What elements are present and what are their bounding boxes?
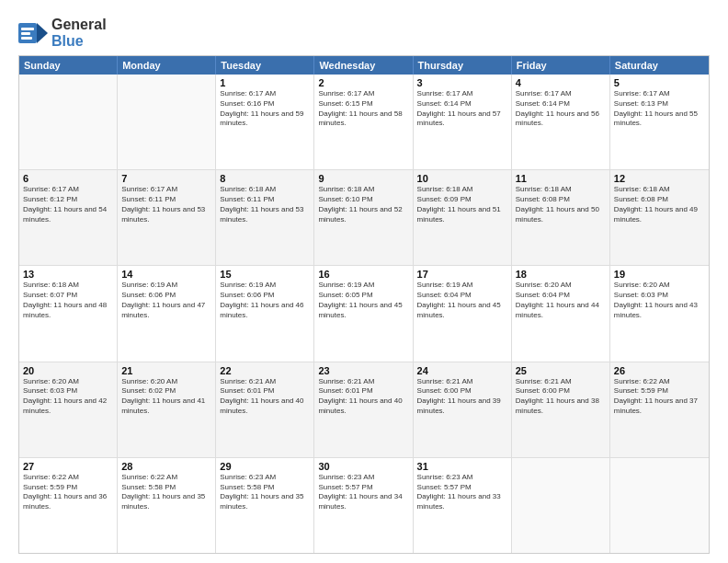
calendar-cell: 30Sunrise: 6:23 AM Sunset: 5:57 PM Dayli… [314, 458, 413, 553]
day-info: Sunrise: 6:17 AM Sunset: 6:16 PM Dayligh… [220, 89, 310, 129]
day-number: 18 [516, 269, 606, 280]
calendar-cell: 20Sunrise: 6:20 AM Sunset: 6:03 PM Dayli… [19, 362, 118, 457]
day-info: Sunrise: 6:17 AM Sunset: 6:12 PM Dayligh… [23, 185, 113, 224]
day-number: 9 [318, 173, 408, 184]
day-info: Sunrise: 6:22 AM Sunset: 5:58 PM Dayligh… [121, 473, 211, 512]
page: General Blue Sunday Monday Tuesday Wedne… [0, 0, 728, 563]
calendar-row-2: 6Sunrise: 6:17 AM Sunset: 6:12 PM Daylig… [19, 169, 709, 265]
calendar-cell: 31Sunrise: 6:23 AM Sunset: 5:57 PM Dayli… [414, 458, 512, 553]
weekday-thursday: Thursday [414, 56, 512, 75]
day-info: Sunrise: 6:17 AM Sunset: 6:13 PM Dayligh… [614, 89, 705, 129]
calendar-cell: 29Sunrise: 6:23 AM Sunset: 5:58 PM Dayli… [216, 458, 314, 553]
calendar-cell: 27Sunrise: 6:22 AM Sunset: 5:59 PM Dayli… [19, 458, 118, 553]
day-info: Sunrise: 6:20 AM Sunset: 6:04 PM Dayligh… [516, 281, 606, 320]
day-number: 30 [318, 461, 408, 472]
day-number: 27 [23, 461, 113, 472]
day-info: Sunrise: 6:18 AM Sunset: 6:09 PM Dayligh… [417, 185, 507, 224]
calendar-cell: 23Sunrise: 6:21 AM Sunset: 6:01 PM Dayli… [314, 362, 413, 457]
day-info: Sunrise: 6:23 AM Sunset: 5:57 PM Dayligh… [318, 473, 408, 512]
day-info: Sunrise: 6:19 AM Sunset: 6:06 PM Dayligh… [220, 281, 310, 320]
day-number: 12 [614, 173, 705, 184]
day-info: Sunrise: 6:17 AM Sunset: 6:15 PM Dayligh… [318, 89, 408, 129]
svg-marker-1 [37, 23, 48, 43]
svg-rect-4 [21, 37, 32, 40]
svg-rect-3 [21, 32, 30, 35]
day-number: 17 [417, 269, 507, 280]
logo-icon [18, 23, 48, 43]
day-info: Sunrise: 6:19 AM Sunset: 6:06 PM Dayligh… [121, 281, 211, 320]
day-number: 29 [220, 461, 310, 472]
calendar-cell: 18Sunrise: 6:20 AM Sunset: 6:04 PM Dayli… [512, 266, 610, 361]
day-info: Sunrise: 6:23 AM Sunset: 5:58 PM Dayligh… [220, 473, 310, 512]
day-number: 2 [318, 77, 408, 88]
day-info: Sunrise: 6:21 AM Sunset: 6:01 PM Dayligh… [220, 377, 310, 417]
calendar-cell: 2Sunrise: 6:17 AM Sunset: 6:15 PM Daylig… [314, 75, 413, 169]
day-number: 8 [220, 173, 310, 184]
calendar-cell: 1Sunrise: 6:17 AM Sunset: 6:16 PM Daylig… [216, 75, 314, 169]
day-info: Sunrise: 6:18 AM Sunset: 6:08 PM Dayligh… [614, 185, 705, 224]
weekday-wednesday: Wednesday [314, 56, 413, 75]
day-number: 3 [417, 77, 507, 88]
calendar-cell: 26Sunrise: 6:22 AM Sunset: 5:59 PM Dayli… [610, 362, 709, 457]
calendar-cell: 3Sunrise: 6:17 AM Sunset: 6:14 PM Daylig… [414, 75, 512, 169]
day-info: Sunrise: 6:22 AM Sunset: 5:59 PM Dayligh… [614, 377, 705, 417]
calendar-cell: 22Sunrise: 6:21 AM Sunset: 6:01 PM Dayli… [216, 362, 314, 457]
calendar-cell [19, 75, 118, 169]
day-number: 5 [614, 77, 705, 88]
calendar-cell: 4Sunrise: 6:17 AM Sunset: 6:14 PM Daylig… [512, 75, 610, 169]
calendar-cell: 19Sunrise: 6:20 AM Sunset: 6:03 PM Dayli… [610, 266, 709, 361]
weekday-friday: Friday [512, 56, 610, 75]
logo-blue: Blue [51, 33, 84, 49]
calendar-cell [512, 458, 610, 553]
calendar-cell [118, 75, 216, 169]
day-number: 23 [318, 365, 408, 376]
header: General Blue [18, 17, 710, 50]
day-info: Sunrise: 6:19 AM Sunset: 6:05 PM Dayligh… [318, 281, 408, 320]
day-info: Sunrise: 6:20 AM Sunset: 6:03 PM Dayligh… [23, 377, 113, 417]
day-number: 15 [220, 269, 310, 280]
day-info: Sunrise: 6:18 AM Sunset: 6:10 PM Dayligh… [318, 185, 408, 224]
day-number: 21 [121, 365, 211, 376]
day-info: Sunrise: 6:17 AM Sunset: 6:14 PM Dayligh… [516, 89, 606, 129]
calendar-cell: 10Sunrise: 6:18 AM Sunset: 6:09 PM Dayli… [414, 170, 512, 265]
day-number: 7 [121, 173, 211, 184]
calendar-cell: 21Sunrise: 6:20 AM Sunset: 6:02 PM Dayli… [118, 362, 216, 457]
day-number: 6 [23, 173, 113, 184]
weekday-tuesday: Tuesday [216, 56, 314, 75]
day-number: 1 [220, 77, 310, 88]
day-info: Sunrise: 6:18 AM Sunset: 6:07 PM Dayligh… [23, 281, 113, 320]
day-info: Sunrise: 6:17 AM Sunset: 6:11 PM Dayligh… [121, 185, 211, 224]
day-info: Sunrise: 6:21 AM Sunset: 6:00 PM Dayligh… [417, 377, 507, 417]
day-number: 16 [318, 269, 408, 280]
calendar-cell: 16Sunrise: 6:19 AM Sunset: 6:05 PM Dayli… [314, 266, 413, 361]
day-number: 14 [121, 269, 211, 280]
calendar-cell: 6Sunrise: 6:17 AM Sunset: 6:12 PM Daylig… [19, 170, 118, 265]
day-info: Sunrise: 6:21 AM Sunset: 6:00 PM Dayligh… [516, 377, 606, 417]
weekday-saturday: Saturday [610, 56, 709, 75]
calendar-cell: 12Sunrise: 6:18 AM Sunset: 6:08 PM Dayli… [610, 170, 709, 265]
day-info: Sunrise: 6:17 AM Sunset: 6:14 PM Dayligh… [417, 89, 507, 129]
calendar-cell: 14Sunrise: 6:19 AM Sunset: 6:06 PM Dayli… [118, 266, 216, 361]
calendar-row-3: 13Sunrise: 6:18 AM Sunset: 6:07 PM Dayli… [19, 265, 709, 361]
calendar-cell: 15Sunrise: 6:19 AM Sunset: 6:06 PM Dayli… [216, 266, 314, 361]
calendar: Sunday Monday Tuesday Wednesday Thursday… [18, 55, 710, 554]
calendar-row-5: 27Sunrise: 6:22 AM Sunset: 5:59 PM Dayli… [19, 457, 709, 553]
day-number: 19 [614, 269, 705, 280]
day-info: Sunrise: 6:18 AM Sunset: 6:08 PM Dayligh… [516, 185, 606, 224]
calendar-cell: 11Sunrise: 6:18 AM Sunset: 6:08 PM Dayli… [512, 170, 610, 265]
calendar-cell: 7Sunrise: 6:17 AM Sunset: 6:11 PM Daylig… [118, 170, 216, 265]
day-info: Sunrise: 6:21 AM Sunset: 6:01 PM Dayligh… [318, 377, 408, 417]
day-info: Sunrise: 6:22 AM Sunset: 5:59 PM Dayligh… [23, 473, 113, 512]
calendar-cell: 9Sunrise: 6:18 AM Sunset: 6:10 PM Daylig… [314, 170, 413, 265]
day-number: 25 [516, 365, 606, 376]
day-number: 20 [23, 365, 113, 376]
calendar-cell: 13Sunrise: 6:18 AM Sunset: 6:07 PM Dayli… [19, 266, 118, 361]
calendar-cell: 17Sunrise: 6:19 AM Sunset: 6:04 PM Dayli… [414, 266, 512, 361]
day-info: Sunrise: 6:19 AM Sunset: 6:04 PM Dayligh… [417, 281, 507, 320]
calendar-cell: 5Sunrise: 6:17 AM Sunset: 6:13 PM Daylig… [610, 75, 709, 169]
day-info: Sunrise: 6:23 AM Sunset: 5:57 PM Dayligh… [417, 473, 507, 512]
logo: General Blue [18, 17, 107, 50]
calendar-cell: 8Sunrise: 6:18 AM Sunset: 6:11 PM Daylig… [216, 170, 314, 265]
day-info: Sunrise: 6:20 AM Sunset: 6:03 PM Dayligh… [614, 281, 705, 320]
logo-general: General [51, 17, 107, 32]
